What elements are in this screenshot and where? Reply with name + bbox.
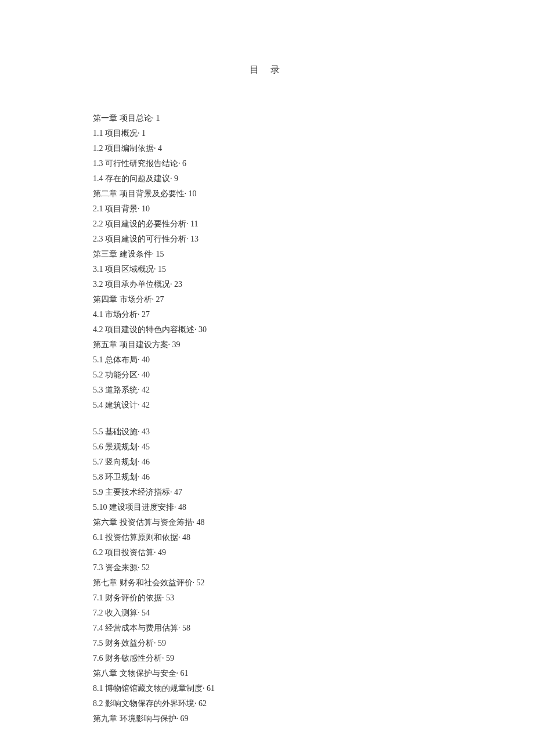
toc-entry: 1.1 项目概况· 1 xyxy=(93,126,441,141)
toc-entry: 1.4 存在的问题及建议· 9 xyxy=(93,171,441,186)
toc-entry: 2.2 项目建设的必要性分析· 11 xyxy=(93,217,441,232)
toc-block-1: 第一章 项目总论· 1 1.1 项目概况· 1 1.2 项目编制依据· 4 1.… xyxy=(93,111,441,413)
toc-entry: 7.3 资金来源· 52 xyxy=(93,560,441,575)
toc-entry: 5.10 建设项目进度安排· 48 xyxy=(93,500,441,515)
toc-entry: 1.3 可行性研究报告结论· 6 xyxy=(93,156,441,171)
toc-entry: 4.2 项目建设的特色内容概述· 30 xyxy=(93,322,441,337)
page-title: 目 录 xyxy=(93,64,441,76)
toc-entry: 3.1 项目区域概况· 15 xyxy=(93,262,441,277)
toc-entry: 7.1 财务评价的依据· 53 xyxy=(93,591,441,606)
toc-entry: 第四章 市场分析· 27 xyxy=(93,292,441,307)
toc-entry: 2.3 项目建设的可行性分析· 13 xyxy=(93,232,441,247)
toc-entry: 5.6 景观规划· 45 xyxy=(93,440,441,455)
toc-entry: 3.2 项目承办单位概况· 23 xyxy=(93,277,441,292)
toc-entry: 第六章 投资估算与资金筹措· 48 xyxy=(93,515,441,530)
document-page: 目 录 第一章 项目总论· 1 1.1 项目概况· 1 1.2 项目编制依据· … xyxy=(0,0,534,756)
toc-entry: 6.1 投资估算原则和依据· 48 xyxy=(93,530,441,545)
toc-entry: 5.8 环卫规划· 46 xyxy=(93,470,441,485)
toc-entry: 5.2 功能分区· 40 xyxy=(93,368,441,383)
toc-entry: 4.1 市场分析· 27 xyxy=(93,307,441,322)
toc-entry: 7.4 经营成本与费用估算· 58 xyxy=(93,621,441,636)
toc-block-2: 5.5 基础设施· 43 5.6 景观规划· 45 5.7 竖向规划· 46 5… xyxy=(93,424,441,726)
toc-entry: 第七章 财务和社会效益评价· 52 xyxy=(93,575,441,591)
toc-entry: 1.2 项目编制依据· 4 xyxy=(93,141,441,156)
toc-entry: 5.9 主要技术经济指标· 47 xyxy=(93,485,441,500)
toc-entry: 第二章 项目背景及必要性· 10 xyxy=(93,186,441,201)
toc-entry: 5.4 建筑设计· 42 xyxy=(93,398,441,413)
toc-entry: 7.6 财务敏感性分析· 59 xyxy=(93,651,441,666)
toc-entry: 8.2 影响文物保存的外界环境· 62 xyxy=(93,696,441,711)
toc-entry: 5.7 竖向规划· 46 xyxy=(93,455,441,470)
toc-entry: 第三章 建设条件· 15 xyxy=(93,247,441,262)
toc-entry: 第九章 环境影响与保护· 69 xyxy=(93,711,441,726)
toc-entry: 5.3 道路系统· 42 xyxy=(93,383,441,398)
toc-entry: 2.1 项目背景· 10 xyxy=(93,201,441,217)
toc-entry: 第八章 文物保护与安全· 61 xyxy=(93,666,441,681)
toc-entry: 7.2 收入测算· 54 xyxy=(93,606,441,621)
toc-entry: 6.2 项目投资估算· 49 xyxy=(93,545,441,560)
toc-entry: 第五章 项目建设方案· 39 xyxy=(93,337,441,352)
toc-entry: 5.1 总体布局· 40 xyxy=(93,352,441,368)
toc-entry: 7.5 财务效益分析· 59 xyxy=(93,636,441,651)
toc-entry: 8.1 博物馆馆藏文物的规章制度· 61 xyxy=(93,681,441,696)
toc-entry: 5.5 基础设施· 43 xyxy=(93,424,441,440)
toc-entry: 第一章 项目总论· 1 xyxy=(93,111,441,126)
